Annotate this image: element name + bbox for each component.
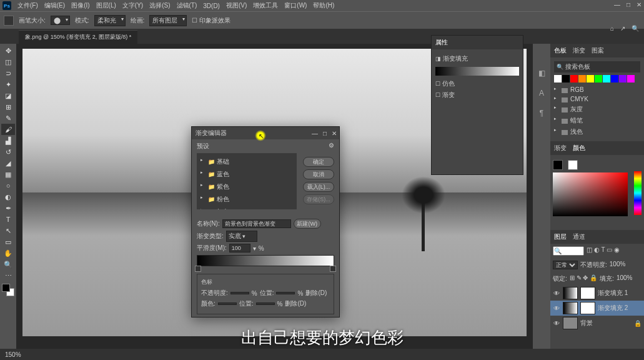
swatch[interactable] bbox=[611, 75, 618, 82]
wand-tool[interactable]: ✦ bbox=[1, 79, 15, 90]
color-picker[interactable] bbox=[553, 172, 628, 216]
layer-row[interactable]: 👁 渐变填充 1 bbox=[550, 286, 644, 301]
more-tools[interactable]: ⋯ bbox=[1, 270, 15, 281]
swatch[interactable] bbox=[578, 75, 586, 82]
tab-layers[interactable]: 图层 bbox=[554, 232, 567, 241]
maximize-icon[interactable]: □ bbox=[627, 1, 630, 8]
swatch-group[interactable]: RGB bbox=[554, 85, 640, 94]
layer-search[interactable] bbox=[553, 246, 584, 256]
mask-thumb[interactable] bbox=[580, 302, 595, 314]
opacity-value[interactable]: 100% bbox=[610, 261, 626, 269]
dither-check[interactable]: ☐ 仿色 bbox=[435, 78, 519, 89]
path-tool[interactable]: ↖ bbox=[1, 225, 15, 236]
gear-icon[interactable]: ⚙ bbox=[329, 142, 334, 151]
preset-folder[interactable]: 📁 蓝色 bbox=[199, 168, 294, 181]
delete-button[interactable]: 删除(D) bbox=[305, 289, 327, 298]
dialog-close[interactable]: ✕ bbox=[332, 130, 337, 137]
paragraph-panel-icon[interactable]: ¶ bbox=[536, 109, 547, 120]
menu-file[interactable]: 文件(F) bbox=[17, 1, 38, 10]
tab-swatches[interactable]: 色板 bbox=[554, 46, 567, 55]
swatch[interactable] bbox=[562, 75, 570, 82]
marquee-tool[interactable]: ◫ bbox=[1, 56, 15, 68]
swatch[interactable] bbox=[554, 75, 562, 82]
layer-thumb[interactable] bbox=[563, 302, 578, 314]
swatch[interactable] bbox=[603, 75, 610, 82]
menu-edit[interactable]: 编辑(E) bbox=[44, 1, 65, 10]
dialog-minimize[interactable]: — bbox=[312, 130, 318, 137]
home-icon[interactable]: ⌂ bbox=[610, 25, 614, 32]
menu-help[interactable]: 帮助(H) bbox=[313, 1, 334, 10]
dodge-tool[interactable]: ◐ bbox=[1, 191, 15, 202]
swatch[interactable] bbox=[587, 75, 594, 82]
shape-tool[interactable]: ▭ bbox=[1, 236, 15, 248]
menu-3d[interactable]: 3D(D) bbox=[203, 2, 220, 9]
menu-layer[interactable]: 图层(L) bbox=[96, 1, 116, 10]
lasso-tool[interactable]: ⊃ bbox=[1, 68, 15, 79]
paint-select[interactable]: 所有图层 bbox=[149, 15, 187, 26]
frame-tool[interactable]: ⊞ bbox=[1, 101, 15, 112]
new-button[interactable]: 新建(W) bbox=[294, 219, 321, 229]
color-stop-input[interactable] bbox=[218, 302, 237, 305]
save-button[interactable]: 存储(S)... bbox=[303, 194, 334, 204]
menu-view[interactable]: 视图(V) bbox=[226, 1, 247, 10]
bg-color[interactable] bbox=[568, 160, 578, 170]
layer-thumb[interactable] bbox=[563, 287, 578, 299]
swatch-group[interactable]: 浅色 bbox=[554, 126, 640, 138]
share-icon[interactable]: ↗ bbox=[620, 25, 625, 32]
hand-tool[interactable]: ✋ bbox=[1, 248, 15, 259]
type-select[interactable]: 实底 ▾ bbox=[226, 231, 257, 242]
pos-input[interactable] bbox=[276, 292, 295, 294]
tab-patterns[interactable]: 图案 bbox=[592, 46, 604, 55]
impressionist-check[interactable]: ☐ 印象派效果 bbox=[192, 16, 230, 25]
preset-folder[interactable]: 📁 红色 bbox=[199, 206, 294, 209]
ok-button[interactable]: 确定 bbox=[303, 157, 334, 167]
color-panel-icon[interactable]: ◧ bbox=[536, 69, 547, 80]
tool-preset-icon[interactable] bbox=[4, 16, 14, 26]
menu-select[interactable]: 选择(S) bbox=[149, 1, 170, 10]
eraser-tool[interactable]: ◢ bbox=[1, 158, 15, 169]
preset-list[interactable]: 📁 基础 📁 蓝色 📁 紫色 📁 粉色 📁 红色 bbox=[197, 153, 297, 209]
swatch[interactable] bbox=[595, 75, 602, 82]
blur-tool[interactable]: ○ bbox=[1, 180, 15, 191]
move-tool[interactable]: ✥ bbox=[1, 45, 15, 56]
swatch-group[interactable]: 蜡笔 bbox=[554, 115, 640, 126]
opacity-stop-input[interactable] bbox=[230, 292, 249, 294]
swatch[interactable] bbox=[619, 75, 627, 82]
dialog-maximize[interactable]: □ bbox=[323, 130, 327, 137]
gradient-bar[interactable] bbox=[197, 255, 334, 266]
layer-thumb[interactable] bbox=[563, 317, 578, 329]
zoom-tool[interactable]: 🔍 bbox=[1, 259, 15, 270]
color-swatch[interactable] bbox=[2, 284, 14, 296]
menu-window[interactable]: 窗口(W) bbox=[284, 1, 307, 10]
brush-tool[interactable]: 🖌 bbox=[1, 124, 15, 135]
fg-color[interactable] bbox=[553, 160, 563, 170]
crop-tool[interactable]: ◪ bbox=[1, 90, 15, 101]
swatch-search[interactable]: 🔍 搜索色板 bbox=[554, 61, 640, 72]
swatch-group[interactable]: CMYK bbox=[554, 94, 640, 104]
pen-tool[interactable]: ✒ bbox=[1, 202, 15, 214]
gradient-preview[interactable] bbox=[435, 67, 519, 76]
visibility-icon[interactable]: 👁 bbox=[553, 305, 560, 312]
close-icon[interactable]: ✕ bbox=[637, 1, 642, 8]
hue-slider[interactable] bbox=[634, 171, 642, 215]
type-tool[interactable]: T bbox=[1, 214, 15, 225]
filter-icons[interactable]: ◫ ◐ T ▭ ◉ bbox=[587, 246, 620, 256]
delete-button2[interactable]: 删除(D) bbox=[285, 299, 306, 308]
properties-tab[interactable]: 属性 bbox=[435, 38, 448, 47]
stamp-tool[interactable]: ▟ bbox=[1, 135, 15, 146]
load-button[interactable]: 载入(L)... bbox=[303, 182, 334, 192]
mask-thumb[interactable] bbox=[580, 287, 595, 299]
gradient-tool[interactable]: ▦ bbox=[1, 169, 15, 180]
visibility-icon[interactable]: 👁 bbox=[553, 290, 560, 297]
cancel-button[interactable]: 取消 bbox=[303, 169, 334, 179]
lock-icons[interactable]: ⊞ ✎ ✥ 🔒 bbox=[570, 274, 597, 283]
tab-color[interactable]: 颜色 bbox=[573, 144, 585, 152]
swatch[interactable] bbox=[627, 75, 635, 82]
menu-filter[interactable]: 滤镜(T) bbox=[177, 1, 197, 10]
layer-row[interactable]: 👁 背景 🔒 bbox=[550, 316, 644, 331]
document-tab[interactable]: 象.png @ 150% (渐变填充 2, 图层蒙版/8) * bbox=[19, 30, 137, 44]
tab-grad[interactable]: 渐变 bbox=[554, 144, 567, 152]
minimize-icon[interactable]: — bbox=[614, 1, 620, 8]
character-panel-icon[interactable]: A bbox=[536, 89, 547, 100]
mode-select[interactable]: 柔和光 bbox=[94, 15, 126, 26]
